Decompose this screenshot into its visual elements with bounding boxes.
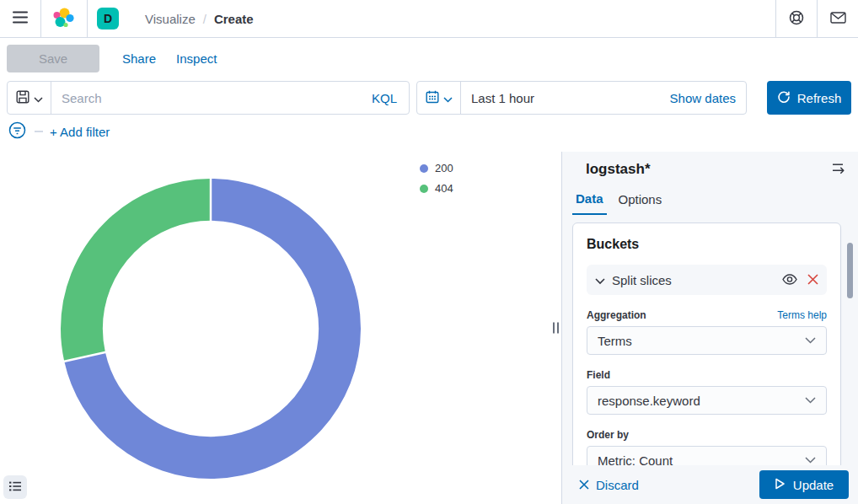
refresh-button[interactable]: Refresh	[767, 81, 851, 115]
chevron-down-icon	[443, 91, 453, 105]
menu-right-icon	[832, 162, 846, 177]
legend-dot-icon	[420, 164, 428, 173]
saved-query-menu-button[interactable]	[8, 82, 51, 114]
search-bar: KQL	[7, 81, 410, 115]
bucket-type-label: Split slices	[612, 273, 672, 287]
kibana-visualize-create-page: { "header": { "space_badge_label": "D", …	[0, 0, 858, 504]
panel-footer: Discard Update	[562, 465, 858, 504]
main-content: 200404 logstash*	[0, 152, 858, 504]
scrollbar-thumb[interactable]	[847, 243, 853, 298]
breadcrumb-visualize[interactable]: Visualize	[145, 12, 196, 26]
collapse-panel-button[interactable]	[832, 162, 846, 177]
order-by-label-row: Order by	[587, 429, 827, 441]
eye-icon	[782, 273, 797, 287]
field-label: Field	[587, 369, 610, 381]
legend-label: 200	[435, 162, 453, 174]
date-quick-menu-button[interactable]	[417, 82, 461, 114]
update-button[interactable]: Update	[759, 470, 849, 499]
help-icon	[788, 9, 805, 29]
refresh-icon	[777, 90, 791, 106]
breadcrumb-create: Create	[214, 12, 254, 26]
search-input[interactable]	[51, 91, 372, 105]
terms-help-link[interactable]: Terms help	[777, 309, 827, 321]
panel-resize-handle[interactable]	[551, 319, 560, 337]
chevron-down-icon	[805, 337, 816, 344]
share-button[interactable]: Share	[122, 51, 156, 66]
split-slices-row[interactable]: Split slices	[587, 265, 827, 295]
breadcrumb-separator: /	[203, 12, 206, 26]
tab-options[interactable]: Options	[615, 188, 666, 215]
save-query-icon	[16, 90, 29, 106]
help-menu-button[interactable]	[776, 0, 817, 37]
refresh-label: Refresh	[797, 91, 842, 105]
mail-icon	[830, 12, 846, 26]
visualization-area: 200404	[0, 152, 561, 504]
visualize-toolbar: Save Share Inspect	[0, 38, 858, 78]
inspect-button[interactable]: Inspect	[176, 51, 217, 66]
chevron-down-icon	[805, 457, 816, 464]
discard-label: Discard	[596, 478, 639, 492]
add-filter-button[interactable]: + Add filter	[50, 125, 110, 139]
hamburger-icon	[13, 11, 28, 26]
remove-bucket-button[interactable]	[802, 273, 818, 287]
filter-bar: + Add filter	[0, 116, 858, 147]
field-select[interactable]: response.keyword	[587, 386, 827, 415]
chart-legend: 200404	[420, 159, 453, 197]
buckets-card: Buckets Split slices	[572, 223, 841, 465]
aggregation-label: Aggregation	[587, 309, 646, 321]
chevron-down-icon	[34, 91, 43, 105]
space-badge: D	[97, 8, 119, 29]
save-button[interactable]: Save	[7, 45, 99, 72]
top-bar: D Visualize / Create	[0, 0, 858, 38]
time-range-value[interactable]: Last 1 hour	[461, 91, 534, 105]
order-by-label: Order by	[587, 429, 629, 441]
toggle-visibility-button[interactable]	[777, 273, 802, 287]
close-icon	[579, 478, 589, 492]
filter-bar-divider	[35, 131, 43, 132]
legend-item[interactable]: 404	[420, 180, 453, 197]
aggregation-value: Terms	[598, 334, 632, 348]
discard-button[interactable]: Discard	[579, 478, 639, 492]
breadcrumb: Visualize / Create	[145, 0, 254, 37]
legend-label: 404	[435, 182, 453, 195]
chevron-down-icon[interactable]	[595, 273, 605, 287]
update-label: Update	[793, 478, 834, 492]
filter-options-button[interactable]	[7, 121, 28, 142]
order-by-select[interactable]: Metric: Count	[587, 446, 827, 465]
panel-scroll-area[interactable]: Buckets Split slices	[562, 219, 858, 465]
legend-dot-icon	[420, 185, 428, 193]
calendar-icon	[426, 90, 439, 106]
query-language-button[interactable]: KQL	[372, 91, 409, 105]
chevron-down-icon	[805, 397, 816, 404]
order-by-value: Metric: Count	[598, 453, 673, 466]
aggregation-label-row: Aggregation Terms help	[587, 309, 827, 321]
elastic-logo-icon	[53, 7, 75, 31]
index-pattern-title: logstash*	[586, 161, 651, 178]
buckets-heading: Buckets	[587, 237, 827, 252]
panel-header: logstash*	[562, 152, 858, 178]
time-picker: Last 1 hour Show dates	[416, 81, 747, 115]
legend-item[interactable]: 200	[420, 159, 453, 177]
legend-toggle-button[interactable]	[3, 475, 27, 499]
panel-tabs: Data Options	[572, 188, 858, 215]
play-icon	[775, 478, 786, 492]
menu-button[interactable]	[0, 0, 40, 37]
query-bar: KQL Last 1 hour Show dates Refresh	[0, 81, 858, 115]
data-config-panel: logstash* Data Options Buckets	[561, 152, 858, 504]
newsfeed-button[interactable]	[818, 0, 858, 37]
show-dates-button[interactable]: Show dates	[670, 91, 746, 105]
filter-icon	[8, 121, 26, 142]
aggregation-select[interactable]: Terms	[587, 326, 827, 355]
donut-chart[interactable]	[0, 152, 421, 504]
field-value: response.keyword	[598, 394, 700, 408]
elastic-logo[interactable]	[41, 0, 87, 37]
space-switcher-button[interactable]: D	[88, 0, 128, 37]
list-icon	[8, 480, 22, 496]
field-label-row: Field	[587, 369, 827, 381]
tab-data[interactable]: Data	[572, 188, 607, 215]
close-icon	[807, 273, 818, 287]
header-spacer	[254, 0, 775, 37]
